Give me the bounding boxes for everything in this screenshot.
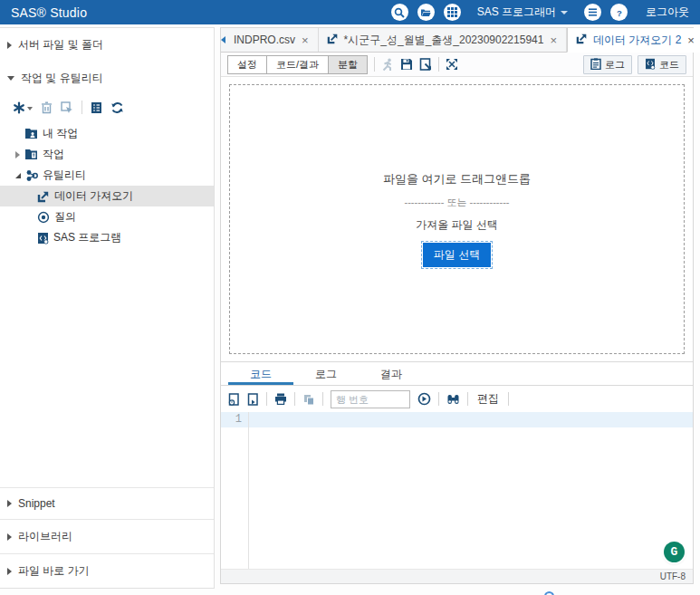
dropzone-drag-text: 파일을 여기로 드래그앤드롭 bbox=[383, 171, 531, 187]
import-data-icon bbox=[37, 190, 50, 203]
tab-indpro-csv[interactable]: INDPRO.csv × bbox=[225, 28, 319, 52]
collapsed-caret-icon bbox=[7, 568, 12, 575]
tab-results[interactable]: 결과 bbox=[359, 362, 424, 385]
utilities-nodes-icon bbox=[25, 169, 38, 182]
tree-item-utilities[interactable]: 유틸리티 bbox=[0, 165, 214, 186]
log-clipboard-icon bbox=[590, 58, 601, 72]
save-as-icon[interactable] bbox=[419, 58, 432, 71]
divider bbox=[438, 392, 439, 406]
refresh-icon[interactable] bbox=[110, 101, 124, 114]
code-editor-toolbar: 편집 bbox=[221, 386, 693, 412]
sidebar-section-tasks-utilities[interactable]: 작업 및 유틸리티 bbox=[0, 62, 214, 95]
bottom-tabbar: 코드 로그 결과 bbox=[221, 362, 693, 386]
apps-grid-icon[interactable] bbox=[444, 4, 461, 21]
sidebar-section-snippet[interactable]: Snippet bbox=[0, 487, 214, 519]
sidebar-section-label: 파일 바로 가기 bbox=[18, 563, 90, 579]
divider bbox=[508, 392, 509, 406]
open-log-doc-icon[interactable] bbox=[228, 393, 240, 406]
settings-view-button[interactable]: 설정 bbox=[227, 55, 267, 74]
split-view-button[interactable]: 분할 bbox=[328, 55, 368, 74]
app-header: SAS® Studio SAS 프로그래머 ? 로그아웃 bbox=[0, 0, 700, 24]
close-icon[interactable]: × bbox=[686, 34, 695, 47]
divider bbox=[467, 392, 468, 406]
code-button-label: 코드 bbox=[659, 58, 679, 72]
my-tasks-folder-icon bbox=[24, 128, 38, 139]
divider bbox=[294, 392, 295, 406]
persona-menu[interactable]: SAS 프로그래머 bbox=[477, 5, 568, 20]
run-icon[interactable] bbox=[381, 58, 394, 72]
sidebar-section-libraries[interactable]: 라이브러리 bbox=[0, 519, 214, 553]
code-results-view-button[interactable]: 코드/결과 bbox=[266, 55, 329, 74]
save-icon[interactable] bbox=[400, 58, 413, 71]
logout-button[interactable]: 로그아웃 bbox=[646, 5, 689, 20]
select-icon[interactable] bbox=[61, 101, 73, 114]
log-button[interactable]: 로그 bbox=[583, 55, 632, 74]
folder-open-icon[interactable] bbox=[417, 4, 435, 21]
tab-log[interactable]: 로그 bbox=[293, 362, 359, 385]
tree-item-my-tasks[interactable]: 내 작업 bbox=[0, 123, 214, 144]
svg-text:?: ? bbox=[617, 7, 622, 17]
close-icon[interactable]: × bbox=[549, 34, 558, 47]
code-button[interactable]: 코드 bbox=[638, 55, 686, 74]
help-icon[interactable]: ? bbox=[610, 4, 628, 21]
search-icon[interactable] bbox=[391, 4, 408, 21]
divider bbox=[374, 57, 375, 72]
properties-icon[interactable] bbox=[91, 101, 102, 114]
tree-item-label: 유틸리티 bbox=[43, 168, 86, 183]
list-menu-icon[interactable] bbox=[584, 4, 601, 21]
cutoff-loading-indicator bbox=[544, 591, 554, 595]
sidebar-section-label: 작업 및 유틸리티 bbox=[21, 71, 103, 86]
tree-item-tasks[interactable]: 작업 bbox=[0, 144, 214, 165]
sidebar-toolbar bbox=[0, 95, 214, 123]
goto-line-icon[interactable] bbox=[417, 392, 431, 406]
export-doc-icon[interactable] bbox=[247, 393, 259, 406]
dropzone-select-text: 가져올 파일 선택 bbox=[416, 217, 498, 233]
divider bbox=[266, 392, 267, 406]
choose-file-button[interactable]: 파일 선택 bbox=[423, 243, 491, 267]
tab-import-data-2[interactable]: 데이터 가져오기 2 × bbox=[567, 28, 700, 53]
sidebar-section-label: 서버 파일 및 폴더 bbox=[18, 37, 103, 53]
edit-mode-label[interactable]: 편집 bbox=[475, 391, 501, 407]
tree-item-import-data[interactable]: 데이터 가져오기 bbox=[0, 186, 214, 206]
collapsed-caret-icon bbox=[7, 500, 12, 507]
code-log-results-panel: 코드 로그 결과 bbox=[221, 361, 693, 583]
grammarly-icon[interactable]: G bbox=[664, 542, 685, 562]
code-page-icon bbox=[645, 58, 656, 72]
sidebar-section-file-shortcuts[interactable]: 파일 바로 가기 bbox=[0, 553, 214, 588]
sidebar-bottom-sections: Snippet 라이브러리 파일 바로 가기 bbox=[0, 487, 214, 588]
print-icon[interactable] bbox=[274, 393, 287, 405]
import-task-toolbar: 설정 코드/결과 분할 bbox=[221, 53, 693, 77]
navigation-sidebar: 서버 파일 및 폴더 작업 및 유틸리티 bbox=[0, 27, 215, 589]
tab-sigungu-import[interactable]: *시군구_성_월별_출생_20230902215941 × bbox=[319, 28, 567, 52]
tasks-folder-icon bbox=[24, 149, 38, 160]
gutter-divider bbox=[248, 412, 249, 569]
copy-icon[interactable] bbox=[302, 393, 315, 406]
log-button-label: 로그 bbox=[605, 58, 625, 72]
expanded-caret-icon bbox=[15, 173, 21, 178]
sas-studio-window: SAS® Studio SAS 프로그래머 ? 로그아웃 bbox=[0, 0, 700, 595]
import-data-icon bbox=[576, 33, 588, 47]
close-icon[interactable]: × bbox=[301, 34, 310, 47]
collapsed-caret-icon bbox=[15, 151, 20, 158]
file-dropzone[interactable]: 파일을 여기로 드래그앤드롭 ------------ 또는 ---------… bbox=[229, 84, 685, 354]
code-editor[interactable]: 1 G bbox=[221, 412, 693, 569]
new-item-icon[interactable] bbox=[13, 101, 33, 114]
divider bbox=[82, 101, 82, 114]
tree-item-label: 데이터 가져오기 bbox=[54, 188, 133, 204]
sas-program-icon bbox=[37, 232, 49, 245]
maximize-icon[interactable] bbox=[446, 58, 458, 71]
tree-item-label: SAS 프로그램 bbox=[53, 230, 121, 245]
dropzone-or-text: ------------ 또는 ------------ bbox=[404, 196, 509, 209]
tree-item-sas-program[interactable]: SAS 프로그램 bbox=[0, 227, 214, 248]
divider bbox=[322, 392, 323, 406]
tab-code[interactable]: 코드 bbox=[228, 362, 293, 385]
find-icon[interactable] bbox=[446, 393, 460, 406]
expanded-caret-icon bbox=[7, 76, 14, 81]
delete-icon[interactable] bbox=[41, 101, 53, 114]
line-number-input[interactable] bbox=[331, 390, 410, 408]
sidebar-section-server-files[interactable]: 서버 파일 및 폴더 bbox=[0, 28, 214, 62]
tree-item-label: 작업 bbox=[43, 147, 64, 162]
line-number: 1 bbox=[221, 412, 248, 427]
view-mode-buttons: 설정 코드/결과 분할 bbox=[227, 55, 368, 74]
tree-item-query[interactable]: 질의 bbox=[0, 206, 214, 227]
